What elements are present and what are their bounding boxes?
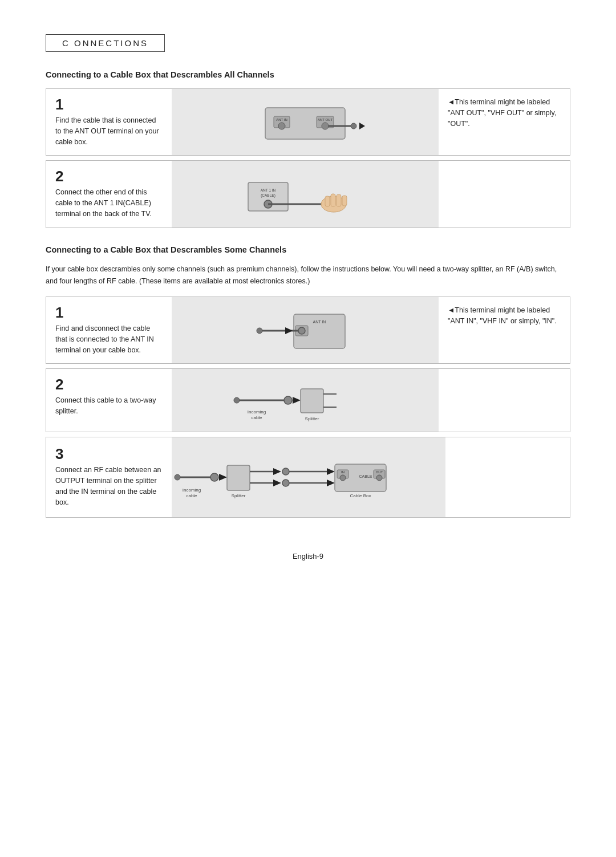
svg-point-29: [284, 396, 292, 404]
s2-step2-number: 2: [55, 377, 163, 392]
svg-text:ANT 1 IN: ANT 1 IN: [261, 188, 276, 192]
step2-number: 2: [55, 169, 163, 184]
s2-step2-note: [439, 369, 570, 432]
svg-rect-19: [342, 196, 347, 206]
svg-text:Incoming: Incoming: [248, 409, 266, 415]
step1-note: ◄This terminal might be labeled "ANT OUT…: [439, 89, 570, 155]
svg-point-23: [298, 327, 305, 334]
svg-point-25: [257, 328, 262, 334]
svg-text:OUT: OUT: [376, 470, 383, 474]
s2-step1-diagram: ANT IN: [172, 297, 439, 363]
svg-marker-9: [359, 123, 365, 129]
s2-step1-number: 1: [55, 305, 163, 320]
s2-step3-text: Connect an RF cable between an OUTPUT te…: [55, 465, 163, 507]
svg-text:cable: cable: [251, 415, 262, 420]
svg-point-38: [175, 474, 180, 480]
s2-step3-number: 3: [55, 446, 163, 461]
svg-text:Splitter: Splitter: [232, 493, 246, 498]
svg-marker-40: [219, 474, 227, 481]
footer: English-9: [46, 552, 570, 560]
svg-point-47: [282, 480, 289, 486]
s2-step2-text: Connect this cable to a two-way splitter…: [55, 395, 163, 417]
page-title-box: C ONNECTIONS: [46, 34, 165, 52]
svg-rect-31: [301, 389, 323, 413]
section1-title: Connecting to a Cable Box that Descrambl…: [46, 70, 570, 79]
svg-text:cable: cable: [186, 493, 197, 498]
svg-point-59: [376, 475, 382, 481]
svg-point-6: [322, 123, 329, 129]
svg-rect-18: [337, 194, 341, 206]
svg-point-55: [340, 475, 346, 481]
svg-marker-51: [327, 480, 335, 486]
s2-step3-block: 3 Connect an RF cable between an OUTPUT …: [46, 437, 570, 518]
s2-step1-block: 1 Find and disconnect the cable that is …: [46, 297, 570, 364]
svg-point-8: [351, 123, 356, 129]
svg-rect-41: [227, 465, 250, 490]
svg-marker-44: [273, 468, 281, 475]
step2-diagram: ANT 1 IN (CABLE): [172, 161, 439, 227]
s2-step3-note: [445, 437, 577, 517]
svg-marker-50: [327, 468, 335, 475]
svg-marker-30: [293, 397, 301, 404]
svg-text:CABLE: CABLE: [359, 474, 372, 478]
svg-text:ANT IN: ANT IN: [313, 320, 326, 324]
page-title: C ONNECTIONS: [62, 38, 148, 48]
s2-step2-diagram: Incoming cable Splitter: [172, 369, 439, 432]
svg-rect-17: [331, 194, 335, 206]
s2-step2-block: 2 Connect this cable to a two-way splitt…: [46, 368, 570, 432]
svg-text:ANT OUT: ANT OUT: [318, 118, 333, 121]
s2-step1-text: Find and disconnect the cable that is co…: [55, 323, 163, 355]
section2-intro: If your cable box descrambles only some …: [46, 263, 570, 288]
step2-block: 2 Connect the other end of this cable to…: [46, 160, 570, 228]
step2-note: [439, 161, 570, 227]
step-block: 1 Find the cable that is connected to th…: [46, 88, 570, 156]
section2-title: Connecting to a Cable Box that Descrambl…: [46, 245, 570, 254]
svg-text:Incoming: Incoming: [183, 488, 201, 493]
svg-rect-16: [325, 196, 330, 206]
svg-point-39: [210, 473, 218, 481]
svg-point-28: [234, 397, 240, 403]
svg-point-3: [278, 123, 285, 129]
svg-marker-26: [285, 327, 293, 334]
svg-text:IN: IN: [341, 470, 345, 474]
svg-text:ANT IN: ANT IN: [276, 118, 287, 121]
s2-step1-note: ◄This terminal might be labeled "ANT IN"…: [439, 297, 570, 363]
svg-text:Splitter: Splitter: [305, 416, 319, 421]
s2-step3-diagram: IN CABLE OUT Incoming cable Splitter Cab…: [172, 437, 445, 517]
svg-text:Cable Box: Cable Box: [350, 493, 371, 498]
step2-text: Connect the other end of this cable to t…: [55, 187, 163, 219]
step-text: Find the cable that is connected to the …: [55, 115, 163, 147]
svg-marker-45: [273, 480, 281, 486]
svg-text:(CABLE): (CABLE): [261, 193, 275, 198]
step-number: 1: [55, 97, 163, 112]
svg-point-46: [282, 468, 289, 475]
step1-diagram: ANT IN ANT OUT: [172, 89, 439, 155]
